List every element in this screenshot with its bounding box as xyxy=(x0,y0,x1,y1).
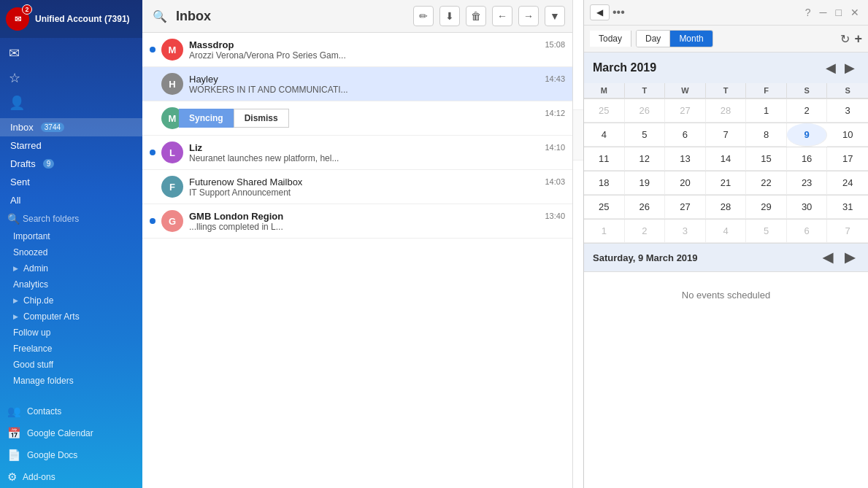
email-row[interactable]: M Massdrop 15:08 Arozzi Verona/Verona Pr… xyxy=(142,33,572,67)
cal-day[interactable]: 8 xyxy=(746,123,787,147)
sidebar-item-chip[interactable]: Chip.de xyxy=(0,293,142,309)
calendar-week-1: 25 26 27 28 1 2 3 xyxy=(584,99,868,123)
sidebar-item-analytics[interactable]: Analytics xyxy=(0,276,142,293)
cal-day[interactable]: 26 xyxy=(625,195,666,219)
cal-day[interactable]: 16 xyxy=(787,147,828,171)
cal-day[interactable]: 21 xyxy=(706,171,747,195)
search-icon[interactable]: 🔍 xyxy=(150,6,170,26)
cal-day[interactable]: 15 xyxy=(746,147,787,171)
next-day-button[interactable]: ▶ xyxy=(840,248,859,267)
cal-day[interactable]: 25 xyxy=(584,195,625,219)
sidebar-item-inbox[interactable]: Inbox 3744 xyxy=(0,118,142,136)
cal-day[interactable]: 7 xyxy=(827,220,868,243)
cal-day[interactable]: 3 xyxy=(827,99,868,123)
cal-day[interactable]: 27 xyxy=(665,195,706,219)
sidebar-item-sent[interactable]: Sent xyxy=(0,173,142,191)
cal-day[interactable]: 11 xyxy=(584,147,625,171)
cal-day[interactable]: 29 xyxy=(746,195,787,219)
download-button[interactable]: ⬇ xyxy=(439,6,460,26)
close-icon[interactable]: ✕ xyxy=(848,5,862,20)
sidebar-item-google-calendar[interactable]: 📅 Google Calendar xyxy=(0,422,142,444)
sidebar-item-snoozed[interactable]: Snoozed xyxy=(0,244,142,260)
sidebar-item-computer-arts[interactable]: Computer Arts xyxy=(0,309,142,325)
cal-day[interactable]: 1 xyxy=(584,220,625,243)
sidebar-item-add-ons[interactable]: ⚙ Add-ons xyxy=(0,466,142,488)
today-button[interactable]: Today xyxy=(590,31,631,47)
syncing-button[interactable]: Syncing xyxy=(179,109,234,128)
email-row[interactable]: M me, Mark (5) 14:12 ↵ Tutorial idea? Sy… xyxy=(142,101,572,136)
maximize-icon[interactable]: □ xyxy=(833,5,845,20)
cal-day[interactable]: 14 xyxy=(706,147,747,171)
sidebar-item-important[interactable]: Important xyxy=(0,228,142,244)
sidebar-item-contacts[interactable]: 👥 Contacts xyxy=(0,400,142,422)
prev-day-button[interactable]: ◀ xyxy=(818,248,837,267)
cal-day[interactable]: 27 xyxy=(665,99,706,123)
forward-button[interactable]: → xyxy=(518,6,539,26)
month-view-button[interactable]: Month xyxy=(670,31,712,47)
cal-day[interactable]: 12 xyxy=(625,147,666,171)
sidebar-item-all[interactable]: All xyxy=(0,191,142,209)
help-icon[interactable]: ? xyxy=(802,5,814,20)
cal-day-today[interactable]: 9 xyxy=(787,123,828,147)
add-event-icon[interactable]: + xyxy=(854,31,862,47)
compose-button[interactable]: ✏ xyxy=(413,6,434,26)
dismiss-button[interactable]: Dismiss xyxy=(234,109,289,128)
cal-day[interactable]: 25 xyxy=(584,99,625,123)
cal-day[interactable]: 7 xyxy=(706,123,747,147)
email-row[interactable]: H Hayley 14:43 WORKERS IN IT AND COMMUNI… xyxy=(142,67,572,101)
cal-day[interactable]: 5 xyxy=(625,123,666,147)
search-folders[interactable]: 🔍 Search folders xyxy=(0,209,142,228)
cal-day[interactable]: 28 xyxy=(706,99,747,123)
cal-day[interactable]: 19 xyxy=(625,171,666,195)
day-view-button[interactable]: Day xyxy=(637,31,670,47)
sidebar-icon-mail[interactable]: ✉ xyxy=(0,41,142,66)
back-arrow[interactable]: ◀ xyxy=(590,4,610,20)
minimize-icon[interactable]: ─ xyxy=(817,5,830,20)
email-subject: Arozzi Verona/Verona Pro Series Gam... xyxy=(189,50,565,61)
cal-day[interactable]: 23 xyxy=(787,171,828,195)
cal-day[interactable]: 1 xyxy=(746,99,787,123)
cal-day[interactable]: 18 xyxy=(584,171,625,195)
sender-name: Futurenow Shared Mailbox xyxy=(189,177,302,187)
sidebar-item-admin[interactable]: Admin xyxy=(0,260,142,276)
remote-images-bar: Remote images are not displayed. Display… xyxy=(573,110,583,160)
cal-day[interactable]: 10 xyxy=(827,123,868,147)
cal-day[interactable]: 26 xyxy=(625,99,666,123)
more-button[interactable]: ▼ xyxy=(545,6,565,26)
cal-day[interactable]: 24 xyxy=(827,171,868,195)
cal-day[interactable]: 6 xyxy=(787,220,828,243)
cal-day[interactable]: 4 xyxy=(706,220,747,243)
sidebar-item-starred[interactable]: Starred xyxy=(0,136,142,155)
sidebar-item-good-stuff[interactable]: Good stuff xyxy=(0,357,142,373)
delete-button[interactable]: 🗑 xyxy=(466,6,486,26)
sidebar-icon-person[interactable]: 👤 xyxy=(0,90,142,115)
email-row[interactable]: L Liz 14:10 Neuranet launches new platfo… xyxy=(142,136,572,170)
email-row[interactable]: F Futurenow Shared Mailbox 14:03 IT Supp… xyxy=(142,170,572,204)
more-options-icon[interactable]: ••• xyxy=(612,6,625,19)
cal-day[interactable]: 30 xyxy=(787,195,828,219)
cal-day[interactable]: 2 xyxy=(625,220,666,243)
sidebar-item-manage-folders[interactable]: Manage folders xyxy=(0,373,142,389)
sidebar-item-drafts[interactable]: Drafts 9 xyxy=(0,155,142,173)
cal-day[interactable]: 20 xyxy=(665,171,706,195)
cal-day[interactable]: 2 xyxy=(787,99,828,123)
cal-day[interactable]: 31 xyxy=(827,195,868,219)
cal-day[interactable]: 28 xyxy=(706,195,747,219)
back-button[interactable]: ← xyxy=(492,6,512,26)
cal-day[interactable]: 5 xyxy=(746,220,787,243)
cal-day[interactable]: 3 xyxy=(665,220,706,243)
cal-day[interactable]: 22 xyxy=(746,171,787,195)
cal-day[interactable]: 13 xyxy=(665,147,706,171)
cal-day[interactable]: 6 xyxy=(665,123,706,147)
next-month-button[interactable]: ▶ xyxy=(840,58,859,77)
refresh-icon[interactable]: ↻ xyxy=(840,32,850,46)
avatar: H xyxy=(161,73,183,95)
sidebar-item-google-docs[interactable]: 📄 Google Docs xyxy=(0,444,142,466)
sidebar-item-follow-up[interactable]: Follow up xyxy=(0,325,142,341)
email-row[interactable]: G GMB London Region 13:40 ...llings comp… xyxy=(142,204,572,239)
cal-day[interactable]: 4 xyxy=(584,123,625,147)
cal-day[interactable]: 17 xyxy=(827,147,868,171)
sidebar-item-freelance[interactable]: Freelance xyxy=(0,341,142,357)
prev-month-button[interactable]: ◀ xyxy=(821,58,840,77)
sidebar-icon-star[interactable]: ☆ xyxy=(0,66,142,90)
